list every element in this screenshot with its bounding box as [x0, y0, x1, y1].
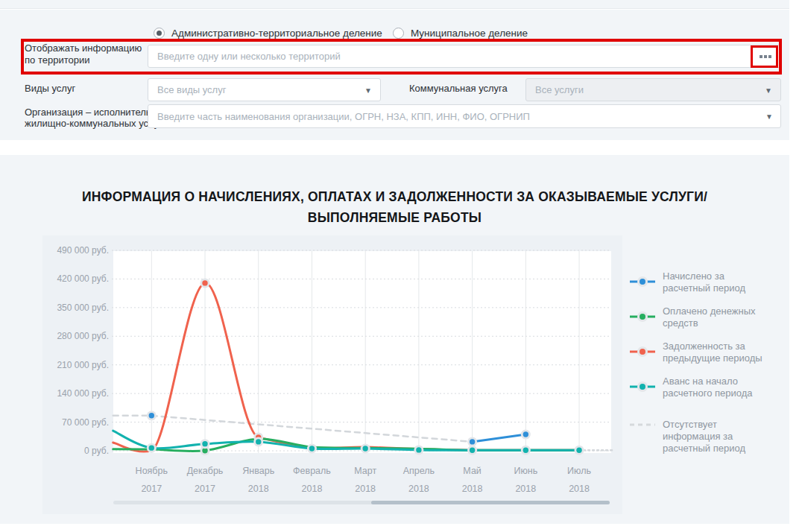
- chart-scrollbar-thumb[interactable]: [371, 501, 610, 504]
- chart-panel: ИНФОРМАЦИЯ О НАЧИСЛЕНИЯХ, ОПЛАТАХ И ЗАДО…: [0, 155, 789, 524]
- service-types-select[interactable]: Все виды услуг ▼: [148, 78, 381, 101]
- svg-text:Апрель: Апрель: [403, 466, 435, 476]
- organization-label: Организация – исполнитель жилищно-коммун…: [25, 107, 162, 129]
- legend-item[interactable]: Аванс на началорасчетного периода: [630, 376, 789, 399]
- radio-administrative-division[interactable]: Административно-территориальное деление: [154, 28, 382, 39]
- svg-text:2018: 2018: [302, 484, 323, 494]
- legend-marker-icon: [630, 381, 655, 393]
- communal-service-select: Все услуги ▼: [525, 78, 781, 101]
- svg-text:Март: Март: [354, 466, 376, 476]
- territory-more-button[interactable]: [756, 49, 775, 64]
- svg-text:2018: 2018: [569, 484, 590, 494]
- chart-scrollbar-track[interactable]: [113, 501, 610, 504]
- radio-label: Муниципальное деление: [411, 28, 528, 39]
- legend-marker-icon: [630, 419, 655, 431]
- svg-text:490 000 руб.: 490 000 руб.: [57, 245, 109, 256]
- svg-text:Ноябрь: Ноябрь: [136, 466, 168, 476]
- territory-input[interactable]: [148, 45, 781, 68]
- svg-text:2018: 2018: [515, 484, 536, 494]
- service-types-label: Виды услуг: [25, 83, 75, 95]
- service-types-value: Все виды услуг: [157, 84, 226, 95]
- legend-label: Оплачено денежныхсредств: [663, 305, 756, 329]
- chevron-down-icon: ▼: [364, 86, 372, 95]
- svg-text:Январь: Январь: [242, 466, 274, 476]
- svg-text:70 000 руб.: 70 000 руб.: [62, 417, 109, 428]
- svg-text:2018: 2018: [248, 484, 269, 494]
- filter-form-panel: Административно-территориальное деление …: [0, 10, 789, 140]
- radio-label: Административно-территориальное деление: [171, 28, 382, 39]
- svg-text:Июнь: Июнь: [514, 466, 537, 476]
- ellipsis-icon: [760, 55, 771, 58]
- territory-field-wrap: [148, 45, 781, 68]
- svg-text:2017: 2017: [195, 484, 215, 494]
- communal-service-label: Коммунальная услуга: [409, 83, 508, 95]
- svg-text:2018: 2018: [462, 484, 483, 494]
- svg-text:0 руб.: 0 руб.: [84, 446, 109, 456]
- svg-text:210 000 руб.: 210 000 руб.: [57, 360, 109, 370]
- legend-marker-icon: [630, 276, 655, 288]
- chart-title: ИНФОРМАЦИЯ О НАЧИСЛЕНИЯХ, ОПЛАТАХ И ЗАДО…: [0, 186, 789, 228]
- radio-municipal-division[interactable]: Муниципальное деление: [393, 28, 528, 39]
- svg-text:Декабрь: Декабрь: [187, 466, 224, 476]
- legend-item[interactable]: Задолженность запредыдущие периоды: [630, 341, 789, 364]
- legend-item[interactable]: Отсутствуетинформация зарасчетный период: [630, 419, 789, 455]
- svg-text:140 000 руб.: 140 000 руб.: [57, 388, 109, 399]
- chevron-down-icon: ▼: [765, 86, 772, 95]
- legend-marker-icon: [630, 311, 655, 323]
- radio-unselected-icon[interactable]: [393, 28, 404, 39]
- legend-label: Задолженность запредыдущие периоды: [663, 341, 762, 364]
- organization-field-wrap: ▼: [148, 104, 781, 128]
- previous-section-edge: [0, 0, 789, 9]
- svg-text:2017: 2017: [141, 484, 162, 494]
- territory-label: Отображать информацию по территории: [25, 42, 142, 66]
- radio-selected-icon[interactable]: [154, 28, 165, 39]
- legend-label: Отсутствуетинформация зарасчетный период: [663, 419, 745, 455]
- division-radio-group: Административно-территориальное деление …: [154, 28, 528, 39]
- legend-item[interactable]: Оплачено денежныхсредств: [630, 305, 789, 329]
- line-chart: 0 руб.70 000 руб.140 000 руб.210 000 руб…: [42, 235, 622, 514]
- chart-area: 0 руб.70 000 руб.140 000 руб.210 000 руб…: [42, 235, 622, 514]
- svg-text:2018: 2018: [355, 484, 376, 494]
- legend-label: Начислено зарасчетный период: [663, 270, 745, 294]
- organization-input[interactable]: [148, 104, 781, 128]
- communal-service-value: Все услуги: [535, 84, 584, 95]
- svg-text:Февраль: Февраль: [293, 466, 331, 476]
- legend-item[interactable]: Начислено зарасчетный период: [630, 270, 789, 294]
- svg-text:Май: Май: [463, 466, 481, 476]
- legend-marker-icon: [630, 346, 655, 358]
- svg-text:350 000 руб.: 350 000 руб.: [57, 303, 109, 313]
- svg-text:2018: 2018: [408, 484, 429, 494]
- svg-text:420 000 руб.: 420 000 руб.: [57, 273, 109, 284]
- svg-text:280 000 руб.: 280 000 руб.: [57, 331, 109, 341]
- svg-text:Июль: Июль: [567, 466, 591, 476]
- legend-label: Аванс на началорасчетного периода: [663, 376, 753, 399]
